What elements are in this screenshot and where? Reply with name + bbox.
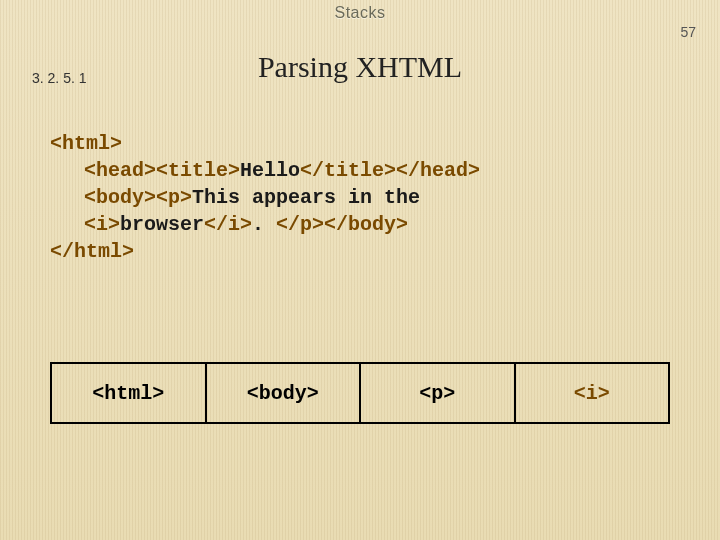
code-line-1: <html>	[50, 130, 670, 157]
text-browser: browser	[120, 213, 204, 236]
code-line-2: <head><title>Hello</title></head>	[84, 157, 670, 184]
tag-i-open: <i>	[84, 213, 120, 236]
tag-html-close: </html>	[50, 240, 134, 263]
code-line-3: <body><p>This appears in the	[84, 184, 670, 211]
code-block: <html> <head><title>Hello</title></head>…	[50, 130, 670, 265]
stack-row: <html> <body> <p> <i>	[50, 362, 670, 424]
code-line-5: </html>	[50, 238, 670, 265]
code-line-4: <i>browser</i>. </p></body>	[84, 211, 670, 238]
tag-body-p-open: <body><p>	[84, 186, 192, 209]
tag-p-body-close: </p></body>	[276, 213, 408, 236]
header-topic: Stacks	[0, 4, 720, 22]
stack-cell-2: <p>	[361, 362, 516, 424]
stack-cell-1: <body>	[207, 362, 362, 424]
tag-title-head-close: </title></head>	[300, 159, 480, 182]
text-dot: .	[252, 213, 276, 236]
stack-cell-0: <html>	[50, 362, 207, 424]
tag-head-title-open: <head><title>	[84, 159, 240, 182]
slide-title: Parsing XHTML	[0, 50, 720, 84]
text-hello: Hello	[240, 159, 300, 182]
page-number: 57	[680, 24, 696, 40]
text-appears: This appears in the	[192, 186, 420, 209]
tag-i-close: </i>	[204, 213, 252, 236]
tag-html-open: <html>	[50, 132, 122, 155]
stack-cell-3: <i>	[516, 362, 671, 424]
slide: Stacks 57 3. 2. 5. 1 Parsing XHTML <html…	[0, 0, 720, 540]
